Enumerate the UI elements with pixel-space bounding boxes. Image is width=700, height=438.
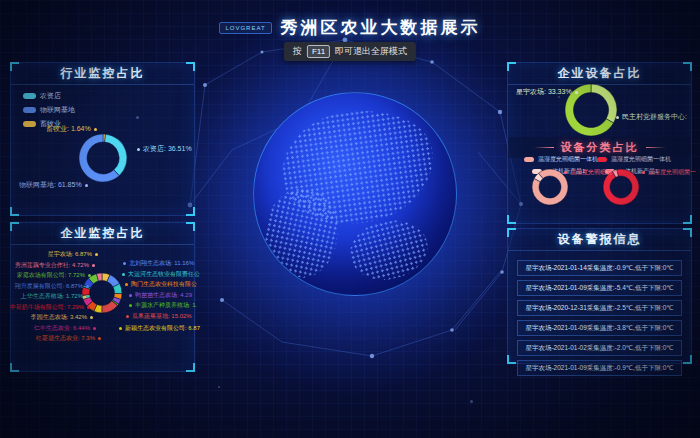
donut-label: 红菱塘生态农业: 7.3%: [36, 335, 101, 342]
donut-label: 物联网基地: 61.85%: [19, 181, 88, 189]
donut-label: 丰源水产种质养殖场: 1.: [129, 302, 197, 309]
panel-title: 企业监控占比: [11, 223, 194, 245]
corner-accent: [10, 222, 19, 231]
donut-label: 大运河生态牧业有限责任公: [122, 271, 200, 278]
alarm-row: 星宇农场-2020-12-31采集温度:-2.5℃,低于下限:0℃: [517, 300, 682, 316]
donut-label: 星宇农场: 6.87%: [48, 251, 98, 258]
corner-accent: [507, 215, 516, 224]
tooltip-suffix: 即可退出全屏模式: [335, 45, 407, 58]
industry-donut-chart[interactable]: [75, 130, 131, 186]
alarm-row: 星宇农场-2021-01-09采集温度:-0.9℃,低于下限:0℃: [517, 360, 682, 376]
panel-title: 行业监控占比: [11, 63, 194, 85]
donut-label: 星宇农场: 33.33%: [516, 88, 578, 96]
corner-accent: [507, 62, 516, 71]
legend-label: 农资店: [40, 91, 61, 101]
legend-swatch: [597, 157, 607, 162]
corner-accent: [186, 222, 195, 231]
corner-accent: [10, 363, 19, 372]
donut-label: 瓜果蔬菜基地: 15.02%: [126, 313, 192, 320]
legend-swatch: [524, 157, 534, 162]
corner-accent: [186, 62, 195, 71]
donut-label: 李园生态农场: 3.42%: [31, 314, 93, 321]
donut-label: 民主村党群服务中心:: [616, 113, 687, 121]
donut-label: 农资店: 36.51%: [137, 145, 192, 153]
donut-label: 上华生态养殖场: 1.72%: [21, 293, 89, 300]
dashboard: LOVGREAT 秀洲区农业大数据展示 按 F11 即可退出全屏模式 行业监控占…: [0, 0, 700, 438]
donut-label: 秀洲莲藕专业合作社: 4.72%: [15, 262, 95, 269]
legend-label: 物联网基地: [40, 105, 75, 115]
donut-label: 温湿度光照细菌一: [642, 169, 696, 176]
corner-accent: [186, 207, 195, 216]
panel-equipment: 企业设备占比 星宇农场: 33.33% 民主村党群服务中心: 设备分类占比 温湿…: [507, 62, 692, 224]
header: LOVGREAT 秀洲区农业大数据展示: [0, 16, 700, 39]
legend-item[interactable]: 物联网基地: [23, 105, 75, 115]
f11-keycap: F11: [307, 45, 330, 58]
legend-label: 温湿度光照细菌一体机: [538, 155, 598, 164]
legend-swatch: [23, 93, 36, 99]
alarm-row: 星宇农场-2021-01-09采集温度:-5.4℃,低于下限:0℃: [517, 280, 682, 296]
globe-continent: [344, 212, 434, 287]
donut-label: 温湿度光照细菌一: [564, 169, 618, 176]
donut-label: 仁丰生态农业: 6.44%: [34, 325, 96, 332]
tooltip-prefix: 按: [293, 45, 302, 58]
brand-badge: LOVGREAT: [219, 22, 271, 34]
alarm-list: 星宇农场-2021-01-14采集温度:-0.9℃,低于下限:0℃ 星宇农场-2…: [508, 251, 691, 376]
page-title: 秀洲区农业大数据展示: [281, 16, 481, 39]
panel-industry-monitoring: 行业监控占比 农资店 物联网基地 畜牧业 畜牧业: 1.64% 农资店: 36.…: [10, 62, 195, 216]
panel-title: 设备警报信息: [508, 229, 691, 251]
legend-swatch: [23, 121, 36, 127]
donut-label: 陶门生态农业科技有限公: [125, 281, 197, 288]
donut-label: 鸭苗苗生态农场: 4.29: [129, 292, 192, 299]
fullscreen-tooltip: 按 F11 即可退出全屏模式: [284, 42, 416, 61]
corner-accent: [10, 62, 19, 71]
panel-device-alarms: 设备警报信息 星宇农场-2021-01-14采集温度:-0.9℃,低于下限:0℃…: [507, 228, 692, 364]
donut-label: 北刘翔生态农场: 11.16%: [123, 260, 194, 267]
donut-label: 翔升发展有限公司: 6.87%: [15, 283, 89, 290]
corner-accent: [683, 215, 692, 224]
legend-item[interactable]: 农资店: [23, 91, 75, 101]
donut-label: 家庭农场有限公司: 7.72%: [17, 272, 91, 279]
legend-item[interactable]: 温湿度光照细菌一体机: [597, 155, 671, 164]
corner-accent: [507, 228, 516, 237]
donut-label: 畜牧业: 1.64%: [46, 125, 97, 133]
legend-item[interactable]: 温湿度光照细菌一体机: [524, 155, 598, 164]
corner-accent: [507, 355, 516, 364]
legend-label: 温湿度光照细菌一体机: [611, 155, 671, 164]
donut-label: 新颖生态农业有限公司: 6.87: [119, 325, 200, 332]
corner-accent: [683, 355, 692, 364]
corner-accent: [683, 228, 692, 237]
corner-accent: [10, 207, 19, 216]
panel-enterprise-monitoring: 企业监控占比 星宇农场: 6.87% 秀洲莲藕专业合作社: 4.72% 家庭农场…: [10, 222, 195, 372]
legend-swatch: [23, 107, 36, 113]
globe: [253, 92, 457, 296]
alarm-row: 星宇农场-2021-01-14采集温度:-0.9℃,低于下限:0℃: [517, 260, 682, 276]
donut-label: 中荷奶牛场有限公司: 7.29%: [10, 304, 90, 311]
corner-accent: [186, 363, 195, 372]
alarm-row: 星宇农场-2021-01-02采集温度:-2.0℃,低于下限:0℃: [517, 340, 682, 356]
corner-accent: [683, 62, 692, 71]
alarm-row: 星宇农场-2021-01-09采集温度:-3.8℃,低于下限:0℃: [517, 320, 682, 336]
